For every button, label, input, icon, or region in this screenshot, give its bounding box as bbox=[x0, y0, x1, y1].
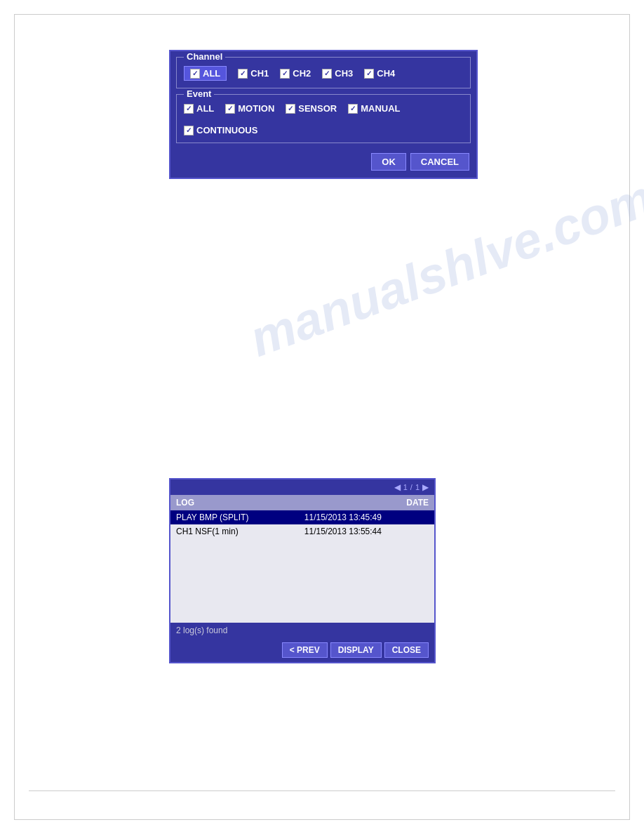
event-row: ALL MOTION SENSOR MANUAL CONTINUOUS bbox=[184, 103, 463, 135]
log-status: 2 log(s) found bbox=[170, 623, 434, 638]
table-row-empty bbox=[170, 609, 434, 623]
display-button[interactable]: DISPLAY bbox=[330, 642, 382, 658]
table-row-empty bbox=[170, 567, 434, 581]
event-manual-label: MANUAL bbox=[361, 103, 400, 114]
table-row[interactable]: PLAY BMP (SPLIT) 11/15/2013 13:45:49 bbox=[170, 510, 434, 524]
cancel-button[interactable]: CANCEL bbox=[410, 153, 469, 171]
event-continuous-checkbox[interactable] bbox=[184, 126, 194, 135]
bottom-dialog-header: ◀ 1 / 1 ▶ bbox=[170, 479, 434, 495]
log-table: LOG DATE PLAY BMP (SPLIT) 11/15/2013 13:… bbox=[170, 495, 434, 623]
channel-ch1[interactable]: CH1 bbox=[238, 68, 269, 79]
table-row-empty bbox=[170, 595, 434, 609]
event-label: Event bbox=[184, 88, 214, 99]
log-col-header: LOG bbox=[170, 495, 299, 510]
channel-ch4-checkbox[interactable] bbox=[364, 69, 374, 79]
channel-all-label: ALL bbox=[203, 68, 220, 79]
date-col-header: DATE bbox=[299, 495, 434, 510]
channel-section: Channel ALL CH1 CH2 CH3 bbox=[176, 57, 471, 88]
prev-page-icon[interactable]: ◀ bbox=[394, 482, 401, 492]
event-sensor-checkbox[interactable] bbox=[286, 104, 295, 114]
channel-ch4-label: CH4 bbox=[377, 68, 395, 79]
table-row-empty bbox=[170, 538, 434, 552]
event-all[interactable]: ALL bbox=[184, 103, 214, 114]
channel-ch1-checkbox[interactable] bbox=[238, 69, 248, 79]
event-all-checkbox[interactable] bbox=[184, 104, 194, 114]
bottom-dialog: ◀ 1 / 1 ▶ LOG DATE PLAY BMP (SPLIT) 11/1… bbox=[169, 478, 436, 663]
log-table-header: LOG DATE bbox=[170, 495, 434, 510]
bottom-dialog-footer: < PREV DISPLAY CLOSE bbox=[170, 638, 434, 662]
watermark: manualshlve.com bbox=[242, 168, 644, 368]
page-current: 1 bbox=[403, 483, 408, 491]
channel-ch3-checkbox[interactable] bbox=[322, 69, 332, 79]
page-border: manualshlve.com Channel ALL CH1 CH2 bbox=[14, 14, 630, 820]
event-manual[interactable]: MANUAL bbox=[348, 103, 400, 114]
channel-all-checkbox[interactable] bbox=[190, 69, 200, 79]
event-sensor[interactable]: SENSOR bbox=[286, 103, 337, 114]
event-section: Event ALL MOTION SENSOR MANUAL bbox=[176, 94, 471, 143]
top-dialog-footer: OK CANCEL bbox=[170, 149, 476, 178]
channel-label: Channel bbox=[184, 51, 225, 62]
channel-row: ALL CH1 CH2 CH3 CH4 bbox=[184, 66, 463, 81]
channel-ch1-label: CH1 bbox=[250, 68, 269, 79]
page-info: ◀ 1 / 1 ▶ bbox=[394, 482, 429, 492]
table-row-empty bbox=[170, 552, 434, 567]
event-motion-checkbox[interactable] bbox=[225, 104, 235, 114]
channel-ch2-label: CH2 bbox=[293, 68, 311, 79]
event-motion-label: MOTION bbox=[238, 103, 274, 114]
log-cell: PLAY BMP (SPLIT) bbox=[170, 510, 299, 524]
date-cell: 11/15/2013 13:55:44 bbox=[299, 524, 434, 538]
table-row[interactable]: CH1 NSF(1 min) 11/15/2013 13:55:44 bbox=[170, 524, 434, 538]
channel-ch4[interactable]: CH4 bbox=[364, 68, 395, 79]
event-all-label: ALL bbox=[196, 103, 214, 114]
page-total: 1 bbox=[415, 483, 420, 491]
channel-ch3-label: CH3 bbox=[335, 68, 353, 79]
date-cell: 11/15/2013 13:45:49 bbox=[299, 510, 434, 524]
close-button[interactable]: CLOSE bbox=[384, 642, 429, 658]
table-row-empty bbox=[170, 581, 434, 595]
channel-ch2[interactable]: CH2 bbox=[280, 68, 311, 79]
channel-all-btn[interactable]: ALL bbox=[184, 66, 227, 81]
log-cell: CH1 NSF(1 min) bbox=[170, 524, 299, 538]
page-separator: / bbox=[410, 483, 412, 491]
event-continuous[interactable]: CONTINUOUS bbox=[184, 125, 257, 135]
next-page-icon[interactable]: ▶ bbox=[422, 482, 429, 492]
event-continuous-label: CONTINUOUS bbox=[196, 125, 257, 135]
ok-button[interactable]: OK bbox=[371, 153, 406, 171]
event-sensor-label: SENSOR bbox=[298, 103, 337, 114]
event-manual-checkbox[interactable] bbox=[348, 104, 358, 114]
event-motion[interactable]: MOTION bbox=[225, 103, 274, 114]
channel-ch2-checkbox[interactable] bbox=[280, 69, 290, 79]
channel-ch3[interactable]: CH3 bbox=[322, 68, 353, 79]
top-dialog: Channel ALL CH1 CH2 CH3 bbox=[169, 50, 478, 179]
prev-button[interactable]: < PREV bbox=[282, 642, 328, 658]
bottom-divider bbox=[29, 790, 615, 791]
